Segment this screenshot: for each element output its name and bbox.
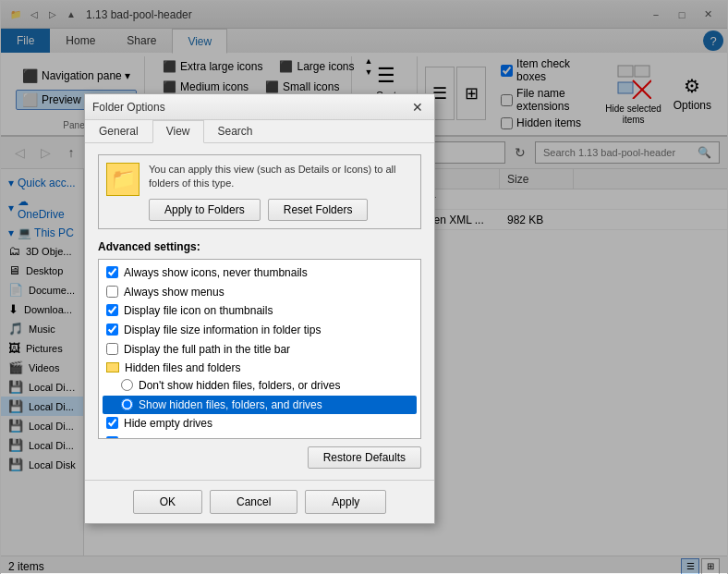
setting-hidden-folder: Hidden files and folders <box>103 360 417 376</box>
dialog-title: Folder Options <box>92 101 408 114</box>
setting-show-hidden[interactable]: Show hidden files, folders, and drives <box>103 396 417 415</box>
folder-views-content: You can apply this view (such as Details… <box>149 163 413 221</box>
hide-empty-cb[interactable] <box>106 417 118 429</box>
hide-ext-label: Hide extensions for known file types <box>124 435 300 439</box>
dont-show-hidden-rb[interactable] <box>121 379 133 391</box>
hide-ext-cb[interactable] <box>106 436 118 439</box>
reset-folders-button[interactable]: Reset Folders <box>268 199 369 221</box>
dont-show-hidden-label: Don't show hidden files, folders, or dri… <box>139 378 340 394</box>
apply-to-folders-button[interactable]: Apply to Folders <box>149 199 261 221</box>
dialog-titlebar: Folder Options ✕ <box>85 94 434 120</box>
setting-file-icon[interactable]: Display file icon on thumbnails <box>103 301 417 321</box>
folder-views-buttons: Apply to Folders Reset Folders <box>149 199 413 221</box>
dialog-body: 📁 You can apply this view (such as Detai… <box>85 143 434 480</box>
dialog-tab-general[interactable]: General <box>85 120 152 142</box>
show-hidden-rb[interactable] <box>121 398 133 410</box>
full-path-label: Display the full path in the title bar <box>124 342 290 358</box>
setting-hide-empty[interactable]: Hide empty drives <box>103 414 417 434</box>
dialog-tab-view[interactable]: View <box>152 120 204 143</box>
folder-options-dialog: Folder Options ✕ General View Search 📁 Y… <box>84 93 435 524</box>
setting-full-path[interactable]: Display the full path in the title bar <box>103 340 417 360</box>
settings-list[interactable]: Always show icons, never thumbnails Alwa… <box>98 259 421 439</box>
setting-file-size[interactable]: Display file size information in folder … <box>103 321 417 340</box>
dialog-tab-search[interactable]: Search <box>204 120 267 142</box>
file-icon-label: Display file icon on thumbnails <box>124 303 273 319</box>
always-icons-cb[interactable] <box>106 266 118 278</box>
file-icon-cb[interactable] <box>106 304 118 316</box>
show-hidden-label: Show hidden files, folders, and drives <box>139 397 322 413</box>
setting-always-icons[interactable]: Always show icons, never thumbnails <box>103 263 417 283</box>
folder-views-icon: 📁 <box>106 163 140 196</box>
always-menus-cb[interactable] <box>106 286 118 298</box>
always-menus-label: Always show menus <box>124 285 224 300</box>
cancel-button[interactable]: Cancel <box>210 490 297 514</box>
full-path-cb[interactable] <box>106 343 118 355</box>
folder-views-section: 📁 You can apply this view (such as Detai… <box>98 154 421 229</box>
always-icons-label: Always show icons, never thumbnails <box>124 265 308 281</box>
restore-defaults-area: Restore Defaults <box>98 446 421 469</box>
hide-empty-label: Hide empty drives <box>124 416 212 432</box>
hidden-folder-label: Hidden files and folders <box>125 361 240 374</box>
ok-button[interactable]: OK <box>133 490 202 514</box>
setting-dont-show-hidden[interactable]: Don't show hidden files, folders, or dri… <box>103 376 417 396</box>
explorer-window: 📁 ◁ ▷ ▲ 1.13 bad-pool-header − □ ✕ File … <box>0 0 728 574</box>
restore-defaults-button[interactable]: Restore Defaults <box>308 446 421 469</box>
advanced-settings-label: Advanced settings: <box>98 240 421 253</box>
folder-small-icon <box>106 362 119 372</box>
file-size-cb[interactable] <box>106 324 118 336</box>
setting-always-menus[interactable]: Always show menus <box>103 283 417 302</box>
dialog-close-button[interactable]: ✕ <box>408 99 427 116</box>
apply-button[interactable]: Apply <box>305 490 386 514</box>
setting-hide-extensions[interactable]: Hide extensions for known file types <box>103 434 417 439</box>
folder-views-description: You can apply this view (such as Details… <box>149 163 413 191</box>
dialog-footer: OK Cancel Apply <box>85 480 434 523</box>
file-size-label: Display file size information in folder … <box>124 323 321 338</box>
dialog-tabs: General View Search <box>85 120 434 143</box>
